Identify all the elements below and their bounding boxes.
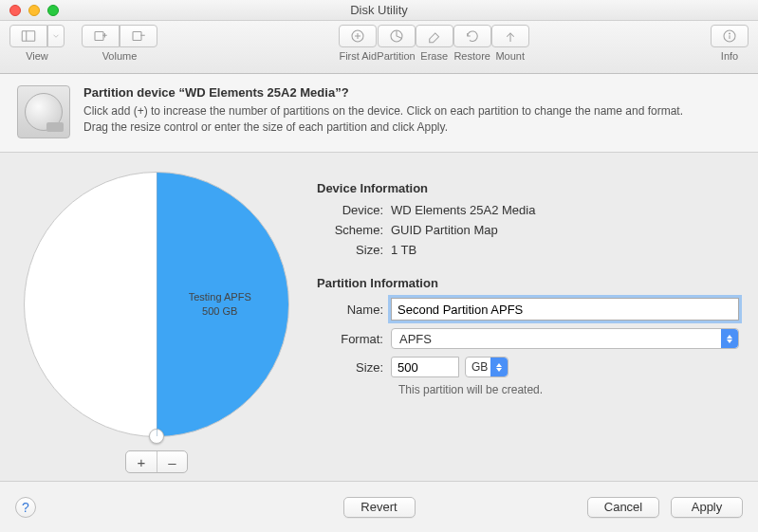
banner-heading: Partition device “WD Elements 25A2 Media… <box>83 85 691 100</box>
info-button[interactable] <box>711 25 749 47</box>
updown-arrows-icon <box>721 329 738 348</box>
first-aid-label: First Aid <box>339 50 377 62</box>
updown-arrows-icon <box>490 358 508 376</box>
svg-point-12 <box>730 33 730 34</box>
resize-handle[interactable] <box>149 429 164 444</box>
chevron-down-icon <box>51 31 61 41</box>
sidebar-icon <box>20 28 37 45</box>
device-info-heading: Device Information <box>317 181 739 195</box>
erase-icon <box>426 28 443 45</box>
slice-left-name: Untitled <box>76 291 111 303</box>
partition-label: Partition <box>377 50 415 62</box>
pie-slice-right[interactable]: Testing APFS 500 GB <box>189 290 251 319</box>
partition-size-label: Size: <box>317 360 391 375</box>
info-icon <box>721 28 738 45</box>
mount-icon <box>502 28 519 45</box>
apply-button[interactable]: Apply <box>671 497 743 518</box>
restore-button[interactable] <box>453 25 491 47</box>
revert-button[interactable]: Revert <box>343 497 416 518</box>
mount-button[interactable] <box>491 25 529 47</box>
slice-right-size: 500 GB <box>202 305 237 317</box>
slice-right-name: Testing APFS <box>189 291 251 303</box>
main-content: Untitled 500 GB Testing APFS 500 GB + – … <box>0 153 758 485</box>
add-partition-button[interactable]: + <box>126 451 157 472</box>
titlebar: Disk Utility <box>0 0 758 21</box>
restore-label: Restore <box>453 50 490 62</box>
view-label: View <box>26 50 48 62</box>
help-icon: ? <box>22 500 29 515</box>
partition-chart-column: Untitled 500 GB Testing APFS 500 GB + – <box>19 168 294 473</box>
first-aid-icon <box>349 28 366 45</box>
erase-button[interactable] <box>416 25 453 47</box>
device-size-value: 1 TB <box>391 243 416 257</box>
svg-rect-0 <box>22 31 35 42</box>
name-label: Name: <box>317 303 391 317</box>
first-aid-button[interactable] <box>339 25 377 47</box>
device-size-label: Size: <box>317 243 391 257</box>
banner-body: Click add (+) to increase the number of … <box>83 103 691 136</box>
svg-rect-5 <box>133 32 141 41</box>
size-unit-select[interactable]: GB <box>465 357 508 377</box>
slice-left-size: 500 GB <box>76 305 111 317</box>
partition-hint: This partition will be created. <box>398 383 739 396</box>
info-label: Info <box>721 50 738 62</box>
help-button[interactable]: ? <box>15 497 36 518</box>
partition-info-heading: Partition Information <box>317 276 739 290</box>
format-label: Format: <box>317 332 391 346</box>
toolbar: View Volume First Aid Partition Erase Re… <box>0 21 758 74</box>
partition-icon <box>388 28 405 45</box>
details-column: Device Information Device: WD Elements 2… <box>317 168 739 473</box>
device-label: Device: <box>317 203 391 217</box>
remove-partition-button[interactable]: – <box>157 451 187 472</box>
volume-remove-button[interactable] <box>120 25 157 47</box>
view-button[interactable] <box>9 25 47 47</box>
svg-rect-2 <box>95 32 103 41</box>
volume-label: Volume <box>102 50 138 62</box>
pie-slice-left[interactable]: Untitled 500 GB <box>76 290 111 319</box>
partition-name-input[interactable] <box>391 298 739 321</box>
info-banner: Partition device “WD Elements 25A2 Media… <box>0 74 758 153</box>
partition-pie-chart[interactable]: Untitled 500 GB Testing APFS 500 GB <box>24 172 289 437</box>
partition-size-input[interactable] <box>391 357 459 377</box>
format-select-value: APFS <box>399 332 432 346</box>
footer: ? Revert Cancel Apply <box>0 481 758 532</box>
add-remove-segmented: + – <box>125 450 188 473</box>
volume-minus-icon <box>130 28 147 45</box>
disk-icon <box>17 85 70 138</box>
view-menu-button[interactable] <box>47 25 65 47</box>
scheme-value: GUID Partition Map <box>391 223 498 237</box>
erase-label: Erase <box>420 50 448 62</box>
cancel-button[interactable]: Cancel <box>587 497 659 518</box>
mount-label: Mount <box>495 50 525 62</box>
volume-plus-icon <box>92 28 109 45</box>
format-select[interactable]: APFS <box>391 328 739 349</box>
partition-button[interactable] <box>378 25 416 47</box>
size-unit-value: GB <box>471 360 488 374</box>
device-value: WD Elements 25A2 Media <box>391 203 535 217</box>
window-title: Disk Utility <box>0 3 758 17</box>
scheme-label: Scheme: <box>317 223 391 237</box>
volume-add-button[interactable] <box>82 25 120 47</box>
restore-icon <box>464 28 481 45</box>
